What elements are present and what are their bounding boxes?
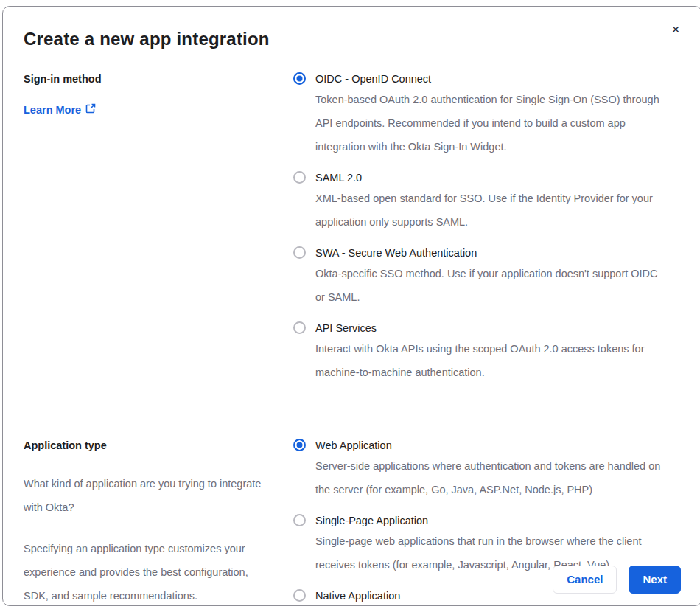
radio-input-single-page-application[interactable]	[293, 514, 306, 526]
dialog-title: Create a new app integration	[24, 29, 681, 49]
radio-option-description: Desktop or mobile applications that run …	[315, 605, 665, 612]
radio-option-description: Server-side applications where authentic…	[315, 454, 665, 501]
radio-option-label[interactable]: SWA - Secure Web Authentication	[315, 244, 665, 262]
sign-in-method-section: Sign-in method Learn More	[24, 70, 681, 384]
radio-option-description: XML-based open standard for SSO. Use if …	[315, 187, 665, 234]
modal-footer: Cancel Next	[553, 566, 681, 594]
radio-option-label[interactable]: API Services	[315, 319, 665, 337]
next-button[interactable]: Next	[629, 566, 681, 594]
radio-option-oidc[interactable]: OIDC - OpenID Connect Token-based OAuth …	[293, 70, 665, 159]
application-type-label: Application type	[24, 437, 273, 454]
application-type-question: What kind of application are you trying …	[24, 472, 273, 519]
create-app-integration-modal: × Create a new app integration Sign-in m…	[2, 6, 700, 606]
radio-option-label[interactable]: Single-Page Application	[315, 512, 665, 529]
close-icon: ×	[671, 21, 679, 37]
radio-option-swa[interactable]: SWA - Secure Web Authentication Okta-spe…	[293, 244, 665, 309]
radio-option-label[interactable]: OIDC - OpenID Connect	[315, 70, 665, 88]
learn-more-link[interactable]: Learn More	[24, 103, 96, 116]
radio-input-saml[interactable]	[293, 171, 306, 184]
radio-option-api-services[interactable]: API Services Interact with Okta APIs usi…	[293, 319, 665, 384]
external-link-icon	[85, 103, 96, 116]
sign-in-method-label: Sign-in method	[24, 70, 273, 88]
radio-option-label[interactable]: SAML 2.0	[315, 169, 665, 187]
radio-option-label[interactable]: Web Application	[315, 437, 665, 454]
radio-input-oidc[interactable]	[293, 72, 306, 85]
radio-input-api-services[interactable]	[293, 321, 306, 334]
radio-input-native-application[interactable]	[293, 589, 306, 602]
radio-option-web-application[interactable]: Web Application Server-side applications…	[293, 437, 665, 501]
cancel-button[interactable]: Cancel	[553, 566, 617, 594]
learn-more-label: Learn More	[24, 104, 81, 116]
application-type-help-text: Specifying an application type customize…	[24, 537, 273, 608]
section-divider	[21, 414, 681, 414]
sign-in-method-left-column: Sign-in method Learn More	[24, 70, 273, 384]
radio-option-description: Token-based OAuth 2.0 authentication for…	[315, 88, 665, 159]
close-button[interactable]: ×	[668, 21, 684, 38]
radio-input-web-application[interactable]	[293, 439, 306, 451]
application-type-left-column: Application type What kind of applicatio…	[24, 437, 273, 612]
radio-input-swa[interactable]	[293, 246, 306, 259]
radio-option-description: Interact with Okta APIs using the scoped…	[315, 337, 665, 384]
sign-in-method-radio-group: OIDC - OpenID Connect Token-based OAuth …	[293, 70, 665, 384]
radio-option-saml[interactable]: SAML 2.0 XML-based open standard for SSO…	[293, 169, 665, 234]
radio-option-description: Okta-specific SSO method. Use if your ap…	[315, 262, 665, 309]
